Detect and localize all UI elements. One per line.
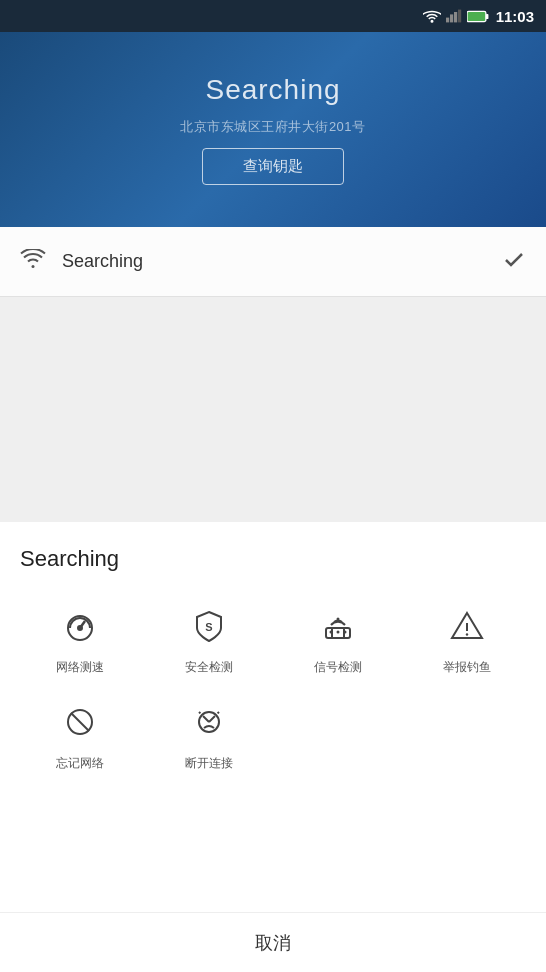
status-bar: 11:03 <box>0 0 546 32</box>
svg-point-13 <box>336 618 339 621</box>
query-key-button[interactable]: 查询钥匙 <box>202 148 344 185</box>
action-grid-row2: 忘记网络 断开连接 <box>20 696 526 772</box>
action-forget-network-label: 忘记网络 <box>56 756 104 772</box>
warning-triangle-icon <box>441 600 493 652</box>
bottom-panel: Searching 网络测速 S 安全检测 <box>0 522 546 972</box>
status-time: 11:03 <box>496 8 534 25</box>
wifi-status-icon <box>423 9 441 23</box>
status-icons: 11:03 <box>423 8 534 25</box>
svg-line-23 <box>209 716 215 722</box>
disconnect-icon <box>183 696 235 748</box>
top-section: Searching 北京市东城区王府井大街201号 查询钥匙 <box>0 32 546 227</box>
svg-text:S: S <box>205 621 212 633</box>
action-security-check-label: 安全检测 <box>185 660 233 676</box>
svg-point-18 <box>465 633 467 635</box>
wifi-item-icon <box>20 249 46 275</box>
check-icon <box>502 247 526 271</box>
top-title: Searching <box>205 74 340 106</box>
signal-status-icon <box>446 9 462 23</box>
action-disconnect[interactable]: 断开连接 <box>149 696 268 772</box>
svg-point-8 <box>78 626 82 630</box>
svg-line-20 <box>71 713 89 731</box>
wifi-list-section: Searching <box>0 227 546 522</box>
router-icon <box>312 600 364 652</box>
action-report-phishing-label: 举报钓鱼 <box>443 660 491 676</box>
action-forget-network[interactable]: 忘记网络 <box>20 696 139 772</box>
action-network-speed[interactable]: 网络测速 <box>20 600 139 676</box>
wifi-item[interactable]: Searching <box>0 227 546 297</box>
svg-point-14 <box>329 631 332 634</box>
cancel-button[interactable]: 取消 <box>255 931 291 955</box>
shield-s-icon: S <box>183 600 235 652</box>
svg-point-15 <box>336 631 339 634</box>
action-report-phishing[interactable]: 举报钓鱼 <box>407 600 526 676</box>
cancel-bar[interactable]: 取消 <box>0 912 546 972</box>
action-grid-row1: 网络测速 S 安全检测 <box>20 600 526 676</box>
svg-line-22 <box>203 716 209 722</box>
svg-rect-3 <box>458 10 461 23</box>
action-security-check[interactable]: S 安全检测 <box>149 600 268 676</box>
panel-title: Searching <box>20 546 526 572</box>
svg-rect-2 <box>454 12 457 22</box>
speedometer-icon <box>54 600 106 652</box>
svg-point-16 <box>343 631 346 634</box>
wifi-check-icon <box>502 247 526 276</box>
svg-rect-1 <box>450 14 453 22</box>
svg-rect-0 <box>446 18 449 23</box>
top-address: 北京市东城区王府井大街201号 <box>180 118 365 136</box>
wifi-item-name: Searching <box>62 251 486 272</box>
wifi-icon-svg <box>20 249 46 269</box>
action-network-speed-label: 网络测速 <box>56 660 104 676</box>
svg-rect-5 <box>485 13 488 18</box>
action-signal-check-label: 信号检测 <box>314 660 362 676</box>
action-disconnect-label: 断开连接 <box>185 756 233 772</box>
battery-status-icon <box>467 10 491 23</box>
action-signal-check[interactable]: 信号检测 <box>278 600 397 676</box>
ban-icon <box>54 696 106 748</box>
svg-rect-4 <box>467 11 486 21</box>
